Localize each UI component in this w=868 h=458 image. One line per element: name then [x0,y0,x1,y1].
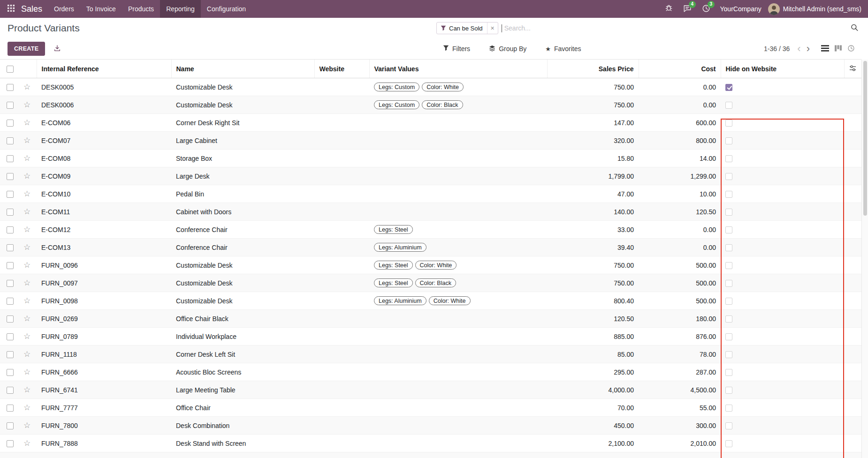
table-row[interactable]: ☆FURN_8220Four Person Desk2,350.002,500.… [0,452,861,458]
favorite-star-icon[interactable]: ☆ [23,439,30,448]
row-select-checkbox[interactable] [7,137,14,144]
hide-on-website-checkbox[interactable] [725,422,732,429]
row-select-checkbox[interactable] [7,298,14,305]
table-row[interactable]: ☆E-COM10Pedal Bin47.0010.00 [0,185,861,203]
column-header-cost[interactable]: Cost [639,60,721,78]
view-kanban-button[interactable] [832,44,845,54]
favorite-star-icon[interactable]: ☆ [23,368,30,376]
hide-on-website-checkbox[interactable] [725,226,732,233]
hide-on-website-checkbox[interactable] [725,405,732,412]
app-name[interactable]: Sales [20,0,48,18]
group-by-button[interactable]: Group By [486,45,529,53]
pager-previous-button[interactable]: ‹ [794,44,803,54]
favorites-button[interactable]: ★ Favorites [542,45,584,53]
favorite-star-icon[interactable]: ☆ [23,403,30,412]
favorite-star-icon[interactable]: ☆ [23,261,30,270]
table-row[interactable]: ☆FURN_1118Corner Desk Left Sit85.0078.00 [0,345,861,363]
hide-on-website-checkbox[interactable] [725,351,732,358]
column-header-variant-values[interactable]: Variant Values [369,60,547,78]
table-row[interactable]: ☆E-COM08Storage Box15.8014.00 [0,150,861,167]
favorite-star-icon[interactable]: ☆ [23,314,30,323]
row-select-checkbox[interactable] [7,191,14,198]
hide-on-website-checkbox[interactable] [725,262,732,269]
hide-on-website-checkbox[interactable] [725,244,732,251]
table-row[interactable]: ☆FURN_0269Office Chair Black120.50180.00 [0,310,861,328]
table-row[interactable]: ☆FURN_0097Customizable DeskLegs: SteelCo… [0,274,861,292]
nav-item-configuration[interactable]: Configuration [201,0,252,18]
favorite-star-icon[interactable]: ☆ [23,243,30,252]
table-row[interactable]: ☆E-COM12Conference ChairLegs: Steel33.00… [0,221,861,239]
search-bar[interactable]: Can be Sold × Search... [436,18,835,38]
hide-on-website-checkbox[interactable] [725,298,732,305]
table-row[interactable]: ☆E-COM13Conference ChairLegs: Aluminium3… [0,239,861,256]
favorite-star-icon[interactable]: ☆ [23,278,30,287]
facet-remove-button[interactable]: × [487,25,498,31]
column-header-sales-price[interactable]: Sales Price [547,60,639,78]
column-header-internal-reference[interactable]: Internal Reference [37,60,171,78]
hide-on-website-checkbox[interactable] [725,155,732,162]
row-select-checkbox[interactable] [7,422,14,429]
activities-button[interactable]: 3 [698,2,715,16]
favorite-star-icon[interactable]: ☆ [23,225,30,234]
create-button[interactable]: CREATE [8,42,45,56]
table-row[interactable]: ☆DESK0005Customizable DeskLegs: CustomCo… [0,78,861,96]
pager-next-button[interactable]: › [804,44,813,54]
favorite-star-icon[interactable]: ☆ [23,136,30,145]
hide-on-website-checkbox[interactable] [725,120,732,127]
row-select-checkbox[interactable] [7,369,14,376]
row-select-checkbox[interactable] [7,440,14,447]
row-select-checkbox[interactable] [7,333,14,340]
hide-on-website-checkbox[interactable] [725,102,732,109]
table-row[interactable]: ☆FURN_6741Large Meeting Table4,000.004,5… [0,381,861,399]
table-row[interactable]: ☆FURN_7888Desk Stand with Screen2,100.00… [0,435,861,452]
messages-button[interactable]: 4 [679,2,696,16]
row-select-checkbox[interactable] [7,315,14,323]
column-header-name[interactable]: Name [171,60,314,78]
favorite-star-icon[interactable]: ☆ [23,189,30,198]
column-header-hide-on-website[interactable]: Hide on Website [721,60,844,78]
scrollbar-thumb[interactable] [863,61,867,216]
view-list-button[interactable] [818,44,832,54]
row-select-checkbox[interactable] [7,280,14,287]
table-row[interactable]: ☆DESK0006Customizable DeskLegs: CustomCo… [0,96,861,114]
table-row[interactable]: ☆FURN_6666Acoustic Bloc Screens295.00287… [0,363,861,381]
favorite-star-icon[interactable]: ☆ [23,83,30,91]
nav-item-reporting[interactable]: Reporting [160,0,201,18]
view-activity-button[interactable] [845,43,858,55]
company-switcher[interactable]: YourCompany [720,5,761,13]
debug-button[interactable] [661,2,677,15]
row-select-checkbox[interactable] [7,262,14,269]
row-select-checkbox[interactable] [7,173,14,180]
row-select-checkbox[interactable] [7,244,14,251]
favorite-star-icon[interactable]: ☆ [23,207,30,216]
hide-on-website-checkbox[interactable] [725,315,732,323]
vertical-scrollbar[interactable] [861,60,868,458]
table-row[interactable]: ☆E-COM07Large Cabinet320.00800.00 [0,132,861,150]
row-select-checkbox[interactable] [7,209,14,216]
table-row[interactable]: ☆FURN_0096Customizable DeskLegs: SteelCo… [0,256,861,274]
favorite-star-icon[interactable]: ☆ [23,332,30,341]
favorite-star-icon[interactable]: ☆ [23,350,30,359]
favorite-star-icon[interactable]: ☆ [23,118,30,127]
favorite-star-icon[interactable]: ☆ [23,421,30,430]
hide-on-website-checkbox[interactable] [725,209,732,216]
select-all-checkbox[interactable] [7,66,14,73]
nav-item-products[interactable]: Products [122,0,160,18]
row-select-checkbox[interactable] [7,84,14,91]
export-button[interactable] [51,44,64,54]
row-select-checkbox[interactable] [7,155,14,162]
row-select-checkbox[interactable] [7,102,14,109]
hide-on-website-checkbox[interactable] [725,333,732,340]
apps-menu-button[interactable] [2,0,20,18]
favorite-star-icon[interactable]: ☆ [23,296,30,305]
table-row[interactable]: ☆FURN_7800Desk Combination450.00300.00 [0,417,861,435]
row-select-checkbox[interactable] [7,387,14,394]
favorite-star-icon[interactable]: ☆ [23,154,30,163]
table-row[interactable]: ☆FURN_7777Office Chair70.0055.00 [0,399,861,417]
favorite-star-icon[interactable]: ☆ [23,100,30,109]
column-header-website[interactable]: Website [314,60,369,78]
hide-on-website-checkbox[interactable] [725,387,732,394]
table-row[interactable]: ☆E-COM09Large Desk1,799.001,299.00 [0,167,861,185]
hide-on-website-checkbox[interactable] [725,173,732,180]
row-select-checkbox[interactable] [7,405,14,412]
